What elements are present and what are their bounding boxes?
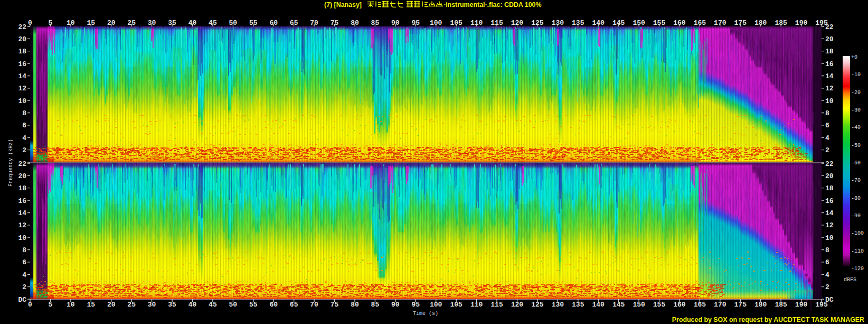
- svg-text:14: 14: [825, 209, 834, 217]
- svg-text:6: 6: [22, 122, 26, 129]
- svg-text:14: 14: [18, 209, 26, 217]
- svg-text:180: 180: [754, 301, 767, 309]
- svg-text:160: 160: [673, 19, 686, 27]
- svg-text:4: 4: [22, 271, 26, 279]
- svg-text:15: 15: [87, 19, 96, 27]
- svg-text:85: 85: [371, 19, 380, 27]
- svg-text:175: 175: [734, 19, 747, 27]
- svg-text:2: 2: [825, 146, 829, 154]
- svg-text:-30: -30: [851, 107, 861, 113]
- svg-text:10: 10: [18, 97, 26, 105]
- svg-text:20: 20: [18, 35, 26, 43]
- svg-text:130: 130: [552, 301, 564, 309]
- svg-text:0: 0: [28, 19, 32, 27]
- svg-text:12: 12: [825, 221, 834, 229]
- svg-text:4: 4: [825, 134, 829, 142]
- svg-text:8: 8: [825, 109, 829, 117]
- svg-text:30: 30: [148, 301, 156, 309]
- svg-text:80: 80: [351, 301, 359, 309]
- svg-text:185: 185: [775, 19, 787, 27]
- svg-text:20: 20: [825, 35, 834, 43]
- svg-text:-90: -90: [851, 213, 861, 219]
- svg-text:-120: -120: [851, 266, 864, 272]
- svg-text:5: 5: [49, 301, 53, 309]
- svg-text:145: 145: [612, 19, 625, 27]
- svg-text:85: 85: [371, 301, 380, 309]
- svg-text:105: 105: [450, 19, 463, 27]
- svg-text:22: 22: [18, 160, 26, 168]
- svg-text:50: 50: [229, 19, 238, 27]
- svg-text:10: 10: [67, 19, 75, 27]
- svg-text:2: 2: [22, 146, 26, 154]
- svg-text:40: 40: [188, 301, 197, 309]
- svg-text:12: 12: [18, 221, 26, 229]
- svg-text:35: 35: [168, 19, 176, 27]
- svg-text:60: 60: [269, 301, 278, 309]
- svg-text:DC: DC: [18, 296, 26, 304]
- svg-text:Frequency (kHz): Frequency (kHz): [8, 139, 14, 187]
- svg-text:2: 2: [825, 283, 829, 291]
- svg-text:20: 20: [825, 172, 834, 180]
- svg-text:-20: -20: [851, 90, 861, 96]
- svg-text:8: 8: [22, 109, 26, 117]
- svg-text:110: 110: [470, 19, 483, 27]
- svg-text:45: 45: [209, 19, 217, 27]
- svg-text:145: 145: [612, 301, 625, 309]
- svg-text:22: 22: [18, 23, 26, 31]
- svg-text:100: 100: [430, 19, 442, 27]
- svg-text:2: 2: [22, 283, 26, 291]
- svg-text:160: 160: [673, 301, 686, 309]
- svg-text:75: 75: [331, 301, 339, 309]
- svg-text:45: 45: [209, 301, 217, 309]
- svg-text:75: 75: [331, 19, 339, 27]
- svg-text:175: 175: [734, 301, 747, 309]
- svg-text:165: 165: [694, 301, 706, 309]
- svg-text:170: 170: [714, 19, 727, 27]
- svg-text:8: 8: [825, 246, 829, 254]
- svg-text:165: 165: [694, 19, 706, 27]
- svg-text:-40: -40: [851, 125, 861, 131]
- svg-text:12: 12: [18, 85, 26, 92]
- svg-text:18: 18: [825, 184, 834, 192]
- svg-text:18: 18: [18, 184, 26, 192]
- svg-text:Time (s): Time (s): [413, 311, 438, 317]
- svg-text:70: 70: [310, 301, 318, 309]
- svg-text:190: 190: [795, 301, 808, 309]
- svg-text:16: 16: [18, 197, 26, 205]
- svg-text:65: 65: [290, 19, 298, 27]
- svg-text:80: 80: [351, 19, 359, 27]
- svg-text:12: 12: [825, 85, 834, 92]
- svg-text:155: 155: [653, 19, 666, 27]
- svg-text:155: 155: [653, 301, 666, 309]
- svg-text:-instrumental-.flac: CDDA 100%: -instrumental-.flac: CDDA 100%: [444, 1, 541, 8]
- svg-text:60: 60: [269, 19, 278, 27]
- svg-text:25: 25: [127, 301, 136, 309]
- svg-text:180: 180: [754, 19, 767, 27]
- svg-text:105: 105: [450, 301, 463, 309]
- svg-text:70: 70: [310, 19, 318, 27]
- svg-text:18: 18: [825, 48, 834, 55]
- svg-text:22: 22: [825, 160, 834, 168]
- svg-text:35: 35: [168, 301, 176, 309]
- svg-text:4: 4: [825, 271, 829, 279]
- svg-text:14: 14: [825, 72, 834, 80]
- svg-text:140: 140: [592, 19, 605, 27]
- svg-text:16: 16: [825, 197, 834, 205]
- svg-text:125: 125: [531, 19, 544, 27]
- svg-text:6: 6: [825, 122, 829, 129]
- svg-text:-10: -10: [851, 72, 861, 78]
- svg-text:10: 10: [18, 234, 26, 242]
- svg-text:150: 150: [633, 19, 645, 27]
- svg-text:25: 25: [127, 19, 136, 27]
- svg-text:40: 40: [188, 19, 197, 27]
- svg-text:110: 110: [470, 301, 483, 309]
- svg-text:15: 15: [87, 301, 96, 309]
- svg-text:8: 8: [22, 246, 26, 254]
- svg-text:Produced by SOX on request by: Produced by SOX on request by AUCDTECT T…: [672, 316, 864, 323]
- svg-text:135: 135: [572, 301, 584, 309]
- svg-text:-80: -80: [851, 196, 861, 201]
- svg-text:130: 130: [552, 19, 564, 27]
- svg-text:120: 120: [511, 301, 524, 309]
- svg-text:30: 30: [148, 19, 156, 27]
- svg-text:dBFS: dBFS: [844, 277, 856, 283]
